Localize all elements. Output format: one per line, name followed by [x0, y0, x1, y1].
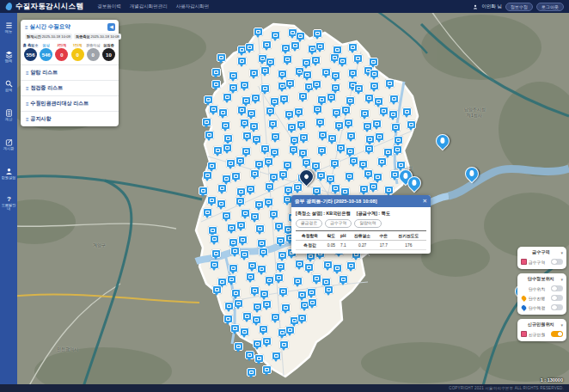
- station-marker[interactable]: [271, 31, 280, 40]
- station-marker[interactable]: [276, 236, 285, 245]
- station-marker[interactable]: [296, 32, 305, 40]
- station-marker[interactable]: [283, 55, 292, 64]
- station-marker[interactable]: [209, 105, 218, 113]
- station-marker[interactable]: [284, 110, 294, 119]
- station-marker[interactable]: [223, 134, 233, 143]
- station-marker[interactable]: [346, 96, 355, 105]
- station-marker[interactable]: [294, 107, 303, 116]
- close-icon[interactable]: ✕: [423, 199, 427, 205]
- station-marker[interactable]: [265, 276, 274, 285]
- station-marker[interactable]: [227, 275, 236, 284]
- station-marker[interactable]: [269, 210, 278, 218]
- station-marker[interactable]: [224, 302, 234, 310]
- station-marker[interactable]: [242, 132, 252, 140]
- station-marker[interactable]: [251, 94, 260, 102]
- station-marker[interactable]: [302, 58, 311, 67]
- station-marker[interactable]: [364, 144, 374, 153]
- station-marker[interactable]: [331, 71, 340, 80]
- station-marker[interactable]: [266, 58, 275, 66]
- station-marker[interactable]: [254, 354, 264, 363]
- station-marker[interactable]: [290, 136, 299, 144]
- station-marker[interactable]: [394, 136, 403, 144]
- station-marker[interactable]: [260, 66, 270, 75]
- station-marker[interactable]: [217, 199, 226, 208]
- station-marker[interactable]: [229, 83, 238, 92]
- station-marker[interactable]: [289, 145, 298, 154]
- station-marker[interactable]: [230, 324, 240, 333]
- station-marker[interactable]: [202, 118, 211, 126]
- legend-card-header[interactable]: 급수구역▾: [521, 249, 563, 255]
- popup-button-0[interactable]: 공급경로: [296, 219, 322, 228]
- station-marker[interactable]: [238, 236, 248, 244]
- station-marker[interactable]: [222, 175, 231, 183]
- popup-button-2[interactable]: 알람이력: [354, 219, 381, 228]
- station-marker[interactable]: [234, 299, 243, 308]
- station-marker[interactable]: [374, 97, 383, 106]
- station-marker[interactable]: [353, 54, 363, 63]
- station-marker[interactable]: [240, 328, 249, 336]
- station-marker[interactable]: [323, 260, 333, 269]
- station-marker[interactable]: [358, 160, 368, 168]
- station-marker[interactable]: [331, 184, 340, 193]
- station-marker[interactable]: [260, 290, 269, 298]
- station-marker[interactable]: [229, 71, 238, 80]
- top-menu-item-2[interactable]: 사용자감시화면: [176, 3, 210, 9]
- station-marker[interactable]: [370, 70, 379, 78]
- station-marker[interactable]: [407, 120, 416, 129]
- station-marker[interactable]: [339, 275, 348, 284]
- station-marker[interactable]: [240, 119, 249, 127]
- station-marker[interactable]: [313, 29, 322, 38]
- station-marker[interactable]: [278, 251, 287, 260]
- station-marker[interactable]: [210, 260, 219, 269]
- station-marker[interactable]: [222, 211, 231, 220]
- station-marker[interactable]: [391, 123, 401, 132]
- station-marker[interactable]: [245, 351, 254, 359]
- station-marker[interactable]: [207, 196, 217, 205]
- station-marker[interactable]: [240, 81, 249, 89]
- station-marker[interactable]: [259, 325, 268, 334]
- station-marker[interactable]: [212, 285, 222, 294]
- station-marker[interactable]: [262, 40, 272, 49]
- station-marker[interactable]: [299, 133, 309, 142]
- station-marker[interactable]: [383, 148, 393, 156]
- station-marker[interactable]: [315, 42, 325, 51]
- station-marker[interactable]: [268, 119, 278, 128]
- station-marker[interactable]: [312, 80, 321, 89]
- station-marker[interactable]: [313, 105, 322, 113]
- station-marker[interactable]: [363, 122, 372, 131]
- legend-card-header[interactable]: 신규민원위치▾: [521, 322, 563, 328]
- station-marker[interactable]: [333, 264, 342, 273]
- station-marker[interactable]: [271, 313, 280, 322]
- rail-item-search[interactable]: 검색: [0, 71, 17, 101]
- station-marker[interactable]: [237, 57, 247, 65]
- station-marker[interactable]: [229, 238, 238, 247]
- legend-toggle[interactable]: [551, 304, 563, 310]
- station-marker[interactable]: [272, 352, 281, 360]
- station-marker[interactable]: [389, 95, 399, 103]
- station-marker[interactable]: [327, 134, 337, 143]
- station-marker[interactable]: [341, 106, 351, 114]
- station-marker[interactable]: [364, 94, 374, 102]
- station-marker[interactable]: [389, 110, 398, 119]
- station-marker[interactable]: [373, 173, 382, 181]
- station-marker[interactable]: [364, 169, 373, 178]
- station-marker[interactable]: [375, 132, 384, 141]
- station-marker[interactable]: [236, 197, 245, 205]
- station-marker[interactable]: [365, 135, 375, 144]
- legend-toggle[interactable]: [551, 259, 563, 265]
- station-marker[interactable]: [217, 184, 227, 193]
- station-marker[interactable]: [346, 147, 355, 156]
- station-marker[interactable]: [271, 132, 280, 141]
- station-marker[interactable]: [211, 80, 221, 89]
- legend-toggle[interactable]: [551, 285, 563, 291]
- station-marker[interactable]: [283, 161, 292, 169]
- station-marker[interactable]: [231, 289, 241, 297]
- station-marker[interactable]: [344, 119, 353, 127]
- station-marker[interactable]: [242, 147, 251, 156]
- station-marker[interactable]: [249, 122, 259, 131]
- station-marker[interactable]: [270, 148, 279, 156]
- station-marker[interactable]: [284, 186, 293, 194]
- station-marker[interactable]: [291, 41, 300, 50]
- legend-card-header[interactable]: 단수정보위치▾: [521, 276, 563, 282]
- station-marker[interactable]: [260, 144, 270, 153]
